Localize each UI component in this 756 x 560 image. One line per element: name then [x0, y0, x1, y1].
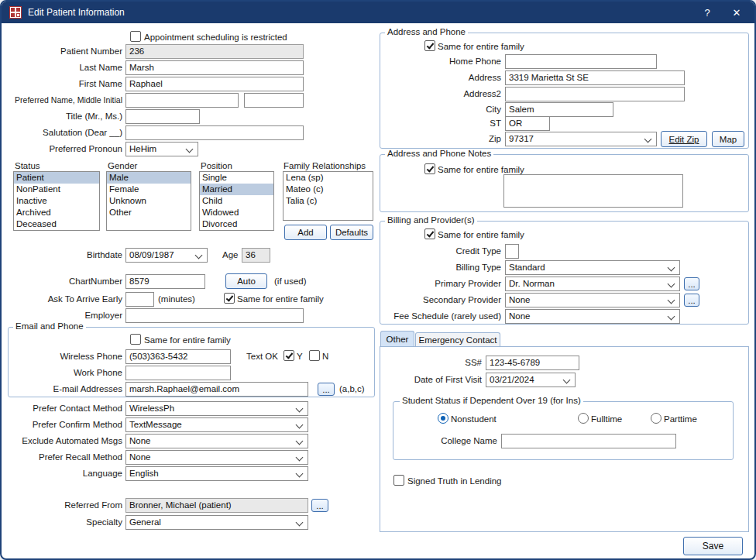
text-ok-no-checkbox[interactable] — [309, 350, 320, 361]
text-ok-yes-label: Y — [297, 351, 303, 362]
status-list[interactable]: Patient NonPatient Inactive Archived Dec… — [13, 171, 100, 231]
email-same-family-checkbox[interactable] — [130, 334, 141, 345]
list-item[interactable]: Child — [200, 195, 273, 207]
middle-initial-field[interactable] — [244, 93, 304, 108]
first-name-label: First Name — [2, 78, 122, 90]
referred-from-label: Referred From — [2, 500, 122, 511]
referred-from-field: Bronner, Michael (patient) — [125, 498, 308, 513]
salutation-label: Salutation (Dear __) — [2, 127, 122, 139]
confirm-method-dropdown[interactable]: TextMessage — [125, 417, 308, 432]
tab-other[interactable]: Other — [380, 331, 414, 347]
exclude-msgs-label: Exclude Automated Msgs — [2, 435, 122, 447]
email-more-button[interactable]: ... — [318, 383, 335, 396]
referred-more-button[interactable]: ... — [311, 499, 328, 512]
recall-method-label: Prefer Recall Method — [2, 452, 122, 463]
list-item[interactable]: Unknown — [107, 195, 191, 207]
truth-lending-checkbox[interactable] — [393, 475, 404, 486]
address-notes-textarea[interactable] — [503, 174, 683, 208]
titlebar[interactable]: Edit Patient Information ? ✕ — [2, 2, 754, 23]
save-button[interactable]: Save — [683, 537, 743, 555]
city-field[interactable]: Salem — [505, 102, 613, 117]
list-item[interactable]: Lena (sp) — [284, 172, 373, 184]
zip-dropdown[interactable]: 97317 — [505, 132, 657, 146]
birthdate-dropdown[interactable]: 08/09/1987 — [125, 248, 208, 263]
address-field[interactable]: 3319 Marietta St SE — [505, 70, 685, 85]
list-item[interactable]: Patient — [14, 172, 99, 184]
list-item[interactable]: Married — [200, 184, 273, 195]
arrive-early-field[interactable] — [125, 292, 154, 307]
nonstudent-radio[interactable] — [438, 413, 448, 424]
list-item[interactable]: Other — [107, 207, 191, 218]
billing-group-title: Billing and Provider(s) — [385, 215, 477, 225]
auto-button[interactable]: Auto — [225, 273, 267, 289]
list-item[interactable]: Archived — [14, 207, 99, 218]
list-item[interactable]: Single — [200, 172, 273, 184]
contact-method-label: Prefer Contact Method — [2, 403, 122, 414]
arrive-same-family-checkbox[interactable] — [224, 293, 235, 304]
address2-field[interactable] — [505, 87, 685, 101]
text-ok-yes-checkbox[interactable] — [284, 350, 294, 361]
list-item[interactable]: NonPatient — [14, 184, 99, 195]
address2-label: Address2 — [380, 88, 501, 100]
wireless-phone-field[interactable]: (503)363-5432 — [125, 349, 231, 364]
primary-provider-dropdown[interactable]: Dr. Norman — [505, 277, 680, 291]
address-same-family-checkbox[interactable] — [424, 40, 435, 51]
chartnumber-field[interactable]: 8579 — [125, 274, 205, 289]
state-field[interactable]: OR — [505, 116, 550, 131]
exclude-msgs-dropdown[interactable]: None — [125, 434, 308, 448]
home-phone-field[interactable] — [505, 54, 657, 69]
language-dropdown[interactable]: English — [125, 466, 308, 481]
fee-schedule-dropdown[interactable]: None — [505, 309, 680, 324]
primary-provider-more-button[interactable]: ... — [684, 277, 699, 290]
list-item[interactable]: Talia (c) — [284, 195, 373, 207]
ssn-field[interactable]: 123-45-6789 — [486, 356, 579, 370]
close-icon[interactable]: ✕ — [725, 2, 748, 23]
contact-method-dropdown[interactable]: WirelessPh — [125, 401, 308, 416]
first-name-field[interactable]: Raphael — [125, 77, 304, 91]
specialty-dropdown[interactable]: General — [125, 515, 308, 530]
notes-same-family-checkbox[interactable] — [424, 163, 435, 174]
home-phone-label: Home Phone — [380, 56, 501, 67]
credit-type-field[interactable] — [505, 244, 519, 259]
billing-type-dropdown[interactable]: Standard — [505, 260, 680, 275]
parttime-radio[interactable] — [651, 413, 662, 424]
add-button[interactable]: Add — [284, 225, 327, 240]
address-notes-group-title: Address and Phone Notes — [385, 149, 493, 158]
defaults-button[interactable]: Defaults — [330, 225, 373, 240]
list-item[interactable]: Divorced — [200, 218, 273, 230]
city-label: City — [380, 104, 501, 115]
family-relationships-list[interactable]: Lena (sp) Mateo (c) Talia (c) — [283, 171, 373, 221]
edit-zip-button[interactable]: Edit Zip — [661, 131, 707, 147]
employer-field[interactable] — [125, 308, 304, 323]
billing-same-family-checkbox[interactable] — [424, 228, 435, 239]
title-field[interactable] — [125, 109, 200, 124]
first-visit-dropdown[interactable]: 03/21/2024 — [486, 373, 576, 387]
preferred-name-field[interactable] — [125, 93, 239, 108]
last-name-field[interactable]: Marsh — [125, 60, 304, 75]
work-phone-field[interactable] — [125, 366, 231, 380]
salutation-field[interactable] — [125, 125, 304, 140]
list-item[interactable]: Female — [107, 184, 191, 195]
recall-method-dropdown[interactable]: None — [125, 450, 308, 465]
list-item[interactable]: Mateo (c) — [284, 184, 373, 195]
map-button[interactable]: Map — [712, 131, 744, 147]
tab-emergency-contact[interactable]: Emergency Contact — [415, 332, 500, 347]
text-ok-no-label: N — [322, 351, 328, 362]
list-item[interactable]: Widowed — [200, 207, 273, 218]
gender-list[interactable]: Male Female Unknown Other — [106, 171, 191, 231]
secondary-provider-more-button[interactable]: ... — [684, 294, 699, 307]
college-name-label: College Name — [387, 435, 497, 447]
list-item[interactable]: Male — [107, 172, 191, 184]
list-item[interactable]: Deceased — [14, 218, 99, 230]
help-icon[interactable]: ? — [696, 2, 719, 23]
email-addresses-field[interactable]: marsh.Raphael@email.com — [125, 382, 308, 397]
restricted-checkbox[interactable] — [130, 31, 141, 42]
position-list[interactable]: Single Married Child Widowed Divorced — [199, 171, 274, 231]
pronoun-dropdown[interactable]: HeHim — [125, 142, 198, 156]
fulltime-radio[interactable] — [578, 413, 589, 424]
list-item[interactable]: Inactive — [14, 195, 99, 207]
position-list-label: Position — [201, 160, 232, 172]
college-name-field[interactable] — [501, 434, 676, 448]
secondary-provider-dropdown[interactable]: None — [505, 293, 680, 307]
arrive-same-family-label: Same for entire family — [237, 294, 324, 305]
